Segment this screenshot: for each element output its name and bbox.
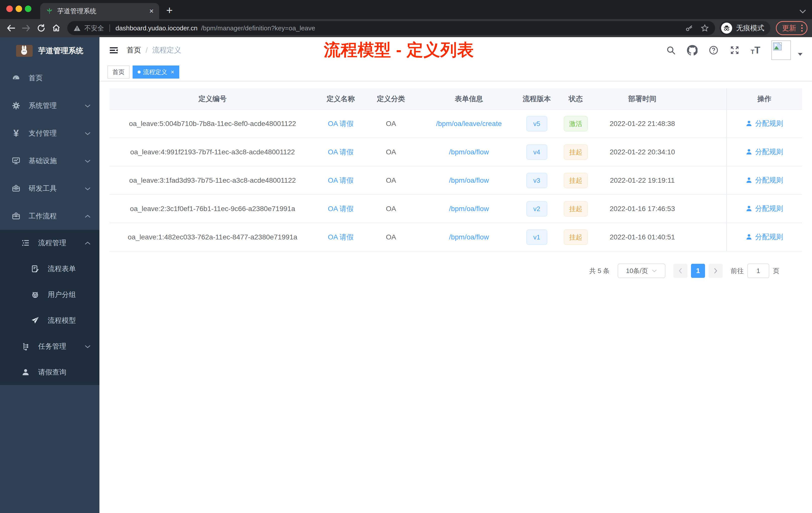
screen: 芋道管理系统 × + 不安全 dashboard.yudao.iocoder.c… [0,0,812,513]
user-icon [746,148,753,155]
browser-tab[interactable]: 芋道管理系统 × [40,3,159,19]
col-header-status: 状态 [552,88,600,110]
form-link[interactable]: /bpm/oa/flow [449,205,489,213]
app-logo [16,45,33,57]
cell-id: oa_leave:4:991f2193-7b7f-11ec-a3c8-acde4… [110,138,316,166]
assign-rule-button[interactable]: 分配规则 [746,147,783,157]
cell-deploy-time: 2022-01-22 20:34:10 [600,138,685,166]
version-badge: v2 [526,201,547,217]
sidebar-item-devtools[interactable]: 研发工具 [0,175,99,202]
url-path: /bpm/manager/definition?key=oa_leave [201,24,315,32]
sidebar-item-label: 用户分组 [48,290,76,299]
hamburger-icon[interactable] [109,45,119,56]
browser-tabstrip: 芋道管理系统 × + [0,0,812,19]
yen-icon: ¥ [10,128,22,139]
tab-search-chevron-icon[interactable] [799,9,807,15]
goto-page-input[interactable] [747,264,769,278]
tab-close-icon[interactable]: × [149,7,154,15]
incognito-badge: 无痕模式 [720,21,770,35]
dashboard-icon [10,73,22,83]
sidebar-item-process-form[interactable]: 流程表单 [0,256,99,281]
sidebar-item-label: 流程表单 [48,264,76,274]
tab-title: 芋道管理系统 [57,7,145,16]
incognito-icon [721,23,732,34]
zoom-window-button[interactable] [25,5,31,12]
breadcrumb-separator: / [146,46,148,55]
table-row: oa_leave:5:004b710b-7b8a-11ec-8ef0-acde4… [110,110,802,138]
next-page-button[interactable] [708,264,723,278]
sidebar-item-label: 系统管理 [29,101,57,111]
sidebar-item-leave-query[interactable]: 请假查询 [0,359,99,385]
github-icon[interactable] [687,45,697,56]
status-badge: 挂起 [564,173,588,188]
col-header-version: 流程版本 [522,88,552,110]
help-icon[interactable] [708,45,719,55]
minimize-window-button[interactable] [16,5,22,12]
sidebar-item-infrastructure[interactable]: 基础设施 [0,147,99,175]
current-page-button[interactable]: 1 [691,264,705,278]
sidebar-item-workflow[interactable]: 工作流程 [0,202,99,230]
key-icon[interactable] [685,24,694,32]
sidebar-item-process-model[interactable]: 流程模型 [0,307,99,333]
tag-close-icon[interactable]: × [171,68,174,76]
definition-table: 定义编号 定义名称 定义分类 表单信息 流程版本 状态 部署时间 操作 [110,88,802,251]
bookmark-star-icon[interactable] [700,24,709,32]
sidebar-item-user-group[interactable]: 用户分组 [0,281,99,307]
sidebar-item-task-management[interactable]: 任务管理 [0,333,99,359]
sidebar-item-payment[interactable]: ¥ 支付管理 [0,119,99,147]
breadcrumb-home[interactable]: 首页 [126,45,141,55]
avatar[interactable] [771,40,791,60]
cell-id: oa_leave:1:482ec033-762a-11ec-8477-a2380… [110,223,316,251]
fullscreen-icon[interactable] [730,45,740,55]
tag-home[interactable]: 首页 [108,65,129,79]
version-badge: v5 [526,116,547,131]
sidebar-item-system[interactable]: 系统管理 [0,92,99,119]
form-link[interactable]: /bpm/oa/leave/create [436,120,502,127]
sidebar-item-home[interactable]: 首页 [0,64,99,92]
assign-rule-button[interactable]: 分配规则 [746,175,783,185]
browser-menu-icon[interactable] [801,25,803,32]
tag-process-definition[interactable]: 流程定义 × [133,65,179,79]
prev-page-button[interactable] [673,264,688,278]
assign-rule-button[interactable]: 分配规则 [746,204,783,213]
col-header-deploy-time: 部署时间 [600,88,685,110]
security-label[interactable]: 不安全 [84,24,104,33]
reload-icon[interactable] [35,22,48,35]
update-label[interactable]: 更新 [782,23,796,33]
annotation-title: 流程模型 - 定义列表 [324,39,474,61]
sidebar-item-label: 请假查询 [38,367,66,377]
sidebar-item-label: 工作流程 [29,211,57,221]
form-link[interactable]: /bpm/oa/flow [449,176,489,184]
search-icon[interactable] [666,45,676,55]
assign-rule-button[interactable]: 分配规则 [746,119,783,128]
sidebar-item-process-management[interactable]: 流程管理 [0,230,99,256]
definition-name-link[interactable]: OA 请假 [328,120,354,127]
definition-name-link[interactable]: OA 请假 [328,148,354,156]
col-header-name: 定义名称 [316,88,366,110]
form-link[interactable]: /bpm/oa/flow [449,148,489,156]
url-bar[interactable]: 不安全 dashboard.yudao.iocoder.cn/bpm/manag… [67,21,715,35]
new-tab-button[interactable]: + [166,4,173,17]
definition-name-link[interactable]: OA 请假 [328,205,354,213]
close-window-button[interactable] [6,5,13,12]
page-size-select[interactable]: 10条/页 [618,264,665,278]
tag-label: 流程定义 [143,68,167,76]
col-header-action: 操作 [727,88,802,110]
forward-icon[interactable] [20,22,33,35]
favicon-sprout-icon [46,7,53,15]
form-link[interactable]: /bpm/oa/flow [449,233,489,241]
chevron-up-icon [84,212,91,220]
assign-rule-button[interactable]: 分配规则 [746,232,783,242]
chevron-down-icon [84,129,91,137]
user-icon [746,177,753,184]
cell-deploy-time: 2022-01-22 19:19:11 [600,166,685,194]
definition-name-link[interactable]: OA 请假 [328,233,354,241]
tag-label: 首页 [113,68,124,76]
status-badge: 挂起 [564,201,588,217]
home-icon[interactable] [50,22,63,35]
browser-update-button[interactable]: 更新 [776,21,808,35]
definition-name-link[interactable]: OA 请假 [328,176,354,184]
back-icon[interactable] [4,22,18,35]
avatar-caret-icon[interactable] [798,53,803,57]
font-size-icon[interactable]: TT [751,46,760,55]
